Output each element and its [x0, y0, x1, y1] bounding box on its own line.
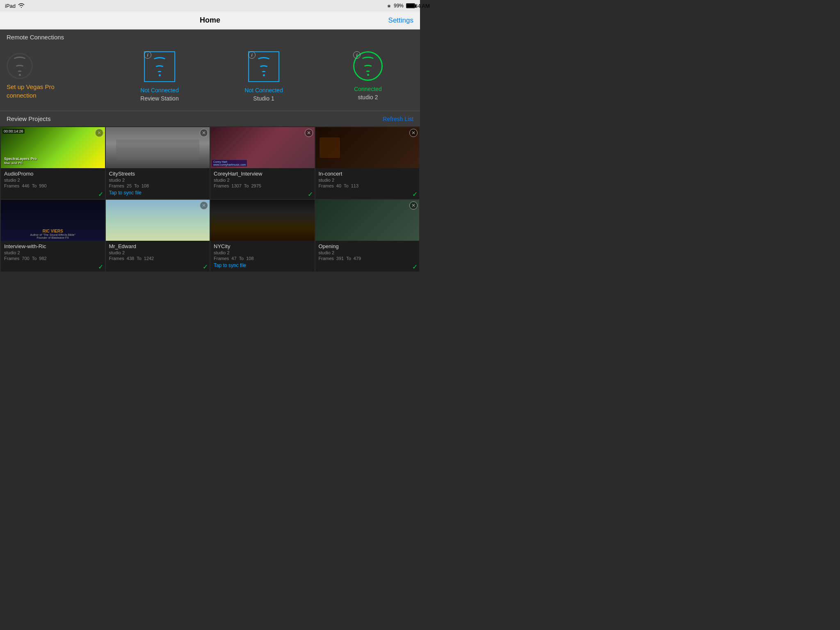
- project-title-audio-promo: AudioPromo: [4, 171, 102, 177]
- project-frames-opening: Frames 391 To 479: [319, 256, 416, 261]
- vegas-setup-line1[interactable]: Set up Vegas Pro: [7, 82, 55, 91]
- project-title-city-streets: CityStreets: [109, 171, 207, 177]
- bluetooth-icon: ∗: [387, 3, 391, 9]
- thumbnail-nycity: [210, 200, 315, 241]
- studio2-name: studio 2: [358, 94, 378, 100]
- review-station-info-icon[interactable]: i: [144, 51, 151, 59]
- project-studio-nycity: studio 2: [214, 250, 311, 255]
- thumbnail-corey-hart: Corey Hartwww.coreyhartmusic.com: [210, 127, 315, 168]
- close-mr-edward[interactable]: ✕: [200, 201, 208, 210]
- check-badge-mr-edward: ✓: [203, 263, 208, 271]
- project-title-in-concert: In-concert: [319, 171, 416, 177]
- close-in-concert[interactable]: ✕: [409, 129, 418, 137]
- project-studio-opening: studio 2: [319, 250, 416, 255]
- project-info-opening: Opening studio 2 Frames 391 To 479: [315, 241, 420, 265]
- studio1-name: Studio 1: [253, 95, 274, 102]
- check-badge-corey-hart: ✓: [308, 190, 313, 198]
- remote-connections-title: Remote Connections: [7, 34, 64, 41]
- thumbnail-mr-edward: [106, 200, 210, 241]
- project-studio-in-concert: studio 2: [319, 178, 416, 183]
- review-station-wifi-container: i: [144, 51, 175, 82]
- project-studio-corey-hart: studio 2: [214, 178, 311, 183]
- review-projects-title: Review Projects: [7, 115, 51, 122]
- connections-grid: Set up Vegas Pro connection i Not Connec…: [0, 45, 420, 110]
- project-title-corey-hart: CoreyHart_Interview: [214, 171, 311, 177]
- project-info-in-concert: In-concert studio 2 Frames 40 To 113: [315, 168, 420, 193]
- nav-bar: Home Settings: [0, 11, 420, 30]
- project-frames-corey-hart: Frames 1307 To 2975: [214, 183, 311, 188]
- studio2-wifi-container: i: [353, 51, 383, 81]
- thumbnail-city-streets: [106, 127, 210, 168]
- settings-button[interactable]: Settings: [388, 16, 413, 25]
- project-info-mr-edward: Mr_Edward studio 2 Frames 438 To 1242: [106, 241, 210, 265]
- project-info-corey-hart: CoreyHart_Interview studio 2 Frames 1307…: [210, 168, 315, 193]
- project-card-mr-edward[interactable]: ✕ Mr_Edward studio 2 Frames 438 To 1242 …: [106, 200, 210, 272]
- vegas-setup-line2[interactable]: connection: [7, 91, 37, 100]
- check-badge-opening: ✓: [412, 263, 418, 271]
- close-city-streets[interactable]: ✕: [200, 129, 208, 137]
- status-left: iPad: [5, 3, 25, 9]
- project-frames-mr-edward: Frames 438 To 1242: [109, 256, 207, 261]
- connection-studio1[interactable]: i Not Connected Studio 1: [212, 45, 316, 105]
- thumbnail-in-concert: [315, 127, 420, 168]
- project-card-city-streets[interactable]: ✕ CityStreets studio 2 Frames 25 To 108 …: [106, 127, 210, 199]
- refresh-list-button[interactable]: Refresh List: [383, 116, 413, 122]
- project-info-ric-viers: Interview-with-Ric studio 2 Frames 700 T…: [1, 241, 105, 265]
- page-title: Home: [200, 16, 220, 25]
- studio1-info-icon[interactable]: i: [248, 51, 256, 59]
- project-card-corey-hart[interactable]: ✕ Corey Hartwww.coreyhartmusic.com Corey…: [210, 127, 315, 199]
- thumbnail-ric-viers: RIC VIERS Author of "The Sound Effects B…: [1, 200, 105, 241]
- project-card-opening[interactable]: ✕ Opening studio 2 Frames 391 To 479 ✓: [315, 200, 420, 272]
- project-info-nycity: NYCity studio 2 Frames 47 To 108 Tap to …: [210, 241, 315, 272]
- device-label: iPad: [5, 3, 16, 9]
- review-station-status: Not Connected: [140, 87, 178, 94]
- check-badge-ric-viers: ✓: [98, 263, 103, 271]
- project-studio-ric-viers: studio 2: [4, 250, 102, 255]
- studio2-info-icon[interactable]: i: [353, 51, 361, 59]
- close-opening[interactable]: ✕: [409, 201, 418, 210]
- project-frames-city-streets: Frames 25 To 108: [109, 183, 207, 188]
- connection-studio2[interactable]: i Connected studio 2: [316, 45, 420, 105]
- review-station-name: Review Station: [140, 95, 178, 102]
- project-title-ric-viers: Interview-with-Ric: [4, 243, 102, 249]
- close-audio-promo[interactable]: ✕: [95, 129, 103, 137]
- project-info-city-streets: CityStreets studio 2 Frames 25 To 108 Ta…: [106, 168, 210, 199]
- project-card-nycity[interactable]: NYCity studio 2 Frames 47 To 108 Tap to …: [210, 200, 315, 272]
- tap-sync-city-streets[interactable]: Tap to sync file: [109, 190, 207, 196]
- thumbnail-audio-promo: 00:00:14:26 SpectraLayers ProMac and PC: [1, 127, 105, 168]
- project-studio-city-streets: studio 2: [109, 178, 207, 183]
- review-projects-section: Review Projects Refresh List ✕ 00:00:14:…: [0, 111, 420, 272]
- project-studio-mr-edward: studio 2: [109, 250, 207, 255]
- vegas-setup-item[interactable]: Set up Vegas Pro connection: [0, 45, 107, 105]
- check-badge-in-concert: ✓: [412, 190, 418, 198]
- studio2-status: Connected: [354, 86, 382, 92]
- status-right: ∗ 99%: [387, 3, 415, 9]
- project-title-nycity: NYCity: [214, 243, 311, 249]
- project-title-mr-edward: Mr_Edward: [109, 243, 207, 249]
- check-badge-audio-promo: ✓: [98, 190, 103, 198]
- project-studio-audio-promo: studio 2: [4, 178, 102, 183]
- thumbnail-opening: [315, 200, 420, 241]
- vegas-wifi-icon: [7, 53, 33, 79]
- project-title-opening: Opening: [319, 243, 416, 249]
- close-corey-hart[interactable]: ✕: [305, 129, 313, 137]
- project-frames-audio-promo: Frames 446 To 990: [4, 183, 102, 188]
- status-bar: iPad 8:34 AM ∗ 99%: [0, 0, 420, 11]
- project-info-audio-promo: AudioPromo studio 2 Frames 446 To 990: [1, 168, 105, 193]
- project-card-in-concert[interactable]: ✕ In-concert studio 2 Frames 40 To 113 ✓: [315, 127, 420, 199]
- project-card-audio-promo[interactable]: ✕ 00:00:14:26 SpectraLayers ProMac and P…: [1, 127, 105, 199]
- battery-label: 99%: [394, 3, 404, 9]
- project-card-ric-viers[interactable]: RIC VIERS Author of "The Sound Effects B…: [1, 200, 105, 272]
- connection-review-station[interactable]: i Not Connected Review Station: [107, 45, 212, 105]
- projects-grid: ✕ 00:00:14:26 SpectraLayers ProMac and P…: [0, 126, 420, 272]
- remote-connections-header: Remote Connections: [0, 30, 420, 45]
- project-frames-in-concert: Frames 40 To 113: [319, 183, 416, 188]
- studio1-wifi-container: i: [248, 51, 279, 82]
- battery-icon: [406, 3, 415, 8]
- review-projects-header: Review Projects Refresh List: [0, 111, 420, 126]
- tap-sync-nycity[interactable]: Tap to sync file: [214, 262, 311, 268]
- wifi-status-icon: [18, 3, 25, 9]
- project-frames-ric-viers: Frames 700 To 982: [4, 256, 102, 261]
- remote-connections-section: Remote Connections Set up Vegas Pro conn…: [0, 30, 420, 111]
- project-frames-nycity: Frames 47 To 108: [214, 256, 311, 261]
